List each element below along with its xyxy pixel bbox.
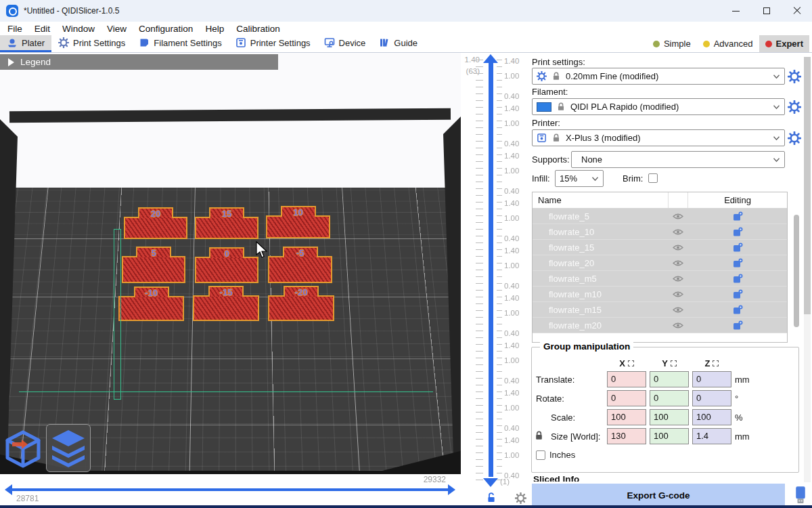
editor-view-button[interactable] (3, 426, 43, 472)
menu-item[interactable]: Configuration (133, 24, 199, 34)
printer-gear-button[interactable] (788, 131, 801, 145)
x-value-field[interactable]: 0 (607, 390, 646, 406)
edit-object-icon[interactable] (733, 258, 743, 268)
minimize-button[interactable] (721, 0, 751, 22)
menu-item[interactable]: Help (199, 24, 230, 34)
menu-item[interactable]: Edit (28, 24, 56, 34)
y-value-field[interactable]: 0 (650, 390, 689, 406)
slider-settings-gear-icon[interactable] (515, 492, 526, 504)
eye-icon[interactable] (673, 306, 683, 314)
tab-device[interactable]: Device (317, 35, 373, 52)
slider-right-arrow-icon[interactable] (448, 484, 455, 495)
object-row[interactable]: flowrate_5 (533, 209, 787, 224)
eye-icon[interactable] (673, 213, 683, 220)
flowrate-patch[interactable]: -20 (268, 295, 334, 321)
menu-item[interactable]: File (1, 24, 28, 34)
z-value-field[interactable]: 0 (692, 371, 731, 387)
supports-combo[interactable]: None (571, 151, 785, 168)
object-row[interactable]: flowrate_15 (533, 240, 787, 255)
manipulation-row: Scale: 100 100 100 % (536, 409, 798, 425)
mode-simple[interactable]: Simple (647, 35, 697, 52)
tab-print-settings[interactable]: Print Settings (51, 35, 132, 52)
mode-expert[interactable]: Expert (759, 35, 809, 52)
unlock-icon[interactable] (486, 492, 497, 503)
object-row[interactable]: flowrate_20 (533, 255, 787, 271)
brim-checkbox[interactable] (648, 173, 658, 183)
close-button[interactable] (782, 0, 812, 22)
object-list-scrollbar[interactable] (794, 215, 799, 327)
edit-object-icon[interactable] (733, 227, 743, 237)
edit-object-icon[interactable] (733, 211, 743, 221)
eye-icon[interactable] (673, 244, 683, 251)
inches-checkbox[interactable] (536, 450, 545, 460)
flowrate-patch[interactable]: 0 (195, 257, 258, 283)
tab-printer-settings[interactable]: Printer Settings (229, 35, 317, 52)
object-row[interactable]: flowrate_m10 (533, 287, 787, 302)
slider-down-arrow-icon[interactable] (483, 478, 498, 487)
mode-label: Simple (664, 39, 691, 49)
edit-object-icon[interactable] (733, 242, 743, 253)
tab-plater[interactable]: Plater (0, 35, 51, 52)
export-gcode-button[interactable]: Export G-code (532, 484, 785, 507)
edit-object-icon[interactable] (733, 320, 743, 331)
eye-icon[interactable] (673, 291, 683, 298)
z-value-field[interactable]: 100 (692, 409, 731, 425)
layer-slider[interactable]: 1.40 (63) 1.401.000.401.401.000.401.401.… (461, 53, 529, 508)
flowrate-patch[interactable]: 20 (124, 217, 187, 239)
tab-filament-settings[interactable]: Filament Settings (132, 35, 228, 52)
axis-select-icon[interactable] (628, 360, 634, 366)
object-row[interactable]: flowrate_10 (533, 224, 787, 240)
slider-track[interactable] (489, 62, 493, 477)
export-to-usb-button[interactable] (789, 484, 812, 507)
eye-icon[interactable] (673, 259, 683, 267)
eye-icon[interactable] (673, 228, 683, 236)
object-name: flowrate_m20 (533, 320, 668, 331)
eye-icon[interactable] (673, 322, 683, 329)
flowrate-patch[interactable]: -5 (268, 256, 332, 283)
flowrate-patch[interactable]: 15 (195, 217, 258, 239)
eye-icon[interactable] (673, 275, 683, 282)
viewport-3d[interactable]: 20 15 10 5 0 -5 -10 (0, 53, 461, 474)
uniform-scale-lock-icon[interactable] (534, 430, 544, 441)
edit-object-icon[interactable] (733, 274, 743, 284)
axis-select-icon[interactable] (671, 360, 677, 366)
flowrate-patch[interactable]: -10 (118, 296, 184, 321)
axis-select-icon[interactable] (713, 360, 719, 366)
maximize-button[interactable] (751, 0, 782, 22)
name-column-header[interactable]: Name (533, 195, 668, 205)
menu-item[interactable]: Window (56, 24, 101, 34)
z-value-field[interactable]: 1.4 (692, 428, 731, 444)
object-row[interactable]: flowrate_m20 (533, 318, 787, 333)
filament-combo[interactable]: QIDI PLA Rapido (modified) (532, 98, 785, 115)
legend-panel[interactable]: Legend (0, 54, 278, 70)
menu-item[interactable]: View (101, 24, 133, 34)
y-value-field[interactable]: 0 (650, 371, 689, 387)
y-value-field[interactable]: 100 (650, 409, 689, 425)
x-value-field[interactable]: 130 (607, 428, 646, 444)
preview-view-button[interactable] (46, 424, 91, 472)
edit-object-icon[interactable] (733, 305, 743, 315)
object-row[interactable]: flowrate_m15 (533, 302, 787, 318)
sidebar-scrollbar-thumb[interactable] (804, 57, 811, 314)
printer-combo[interactable]: X-Plus 3 (modified) (532, 129, 785, 146)
x-value-field[interactable]: 0 (607, 371, 646, 387)
x-value-field[interactable]: 100 (607, 409, 646, 425)
sidebar-scrollbar[interactable] (804, 57, 811, 482)
infill-combo[interactable]: 15% (555, 170, 604, 187)
y-value-field[interactable]: 100 (650, 428, 689, 444)
menu-item[interactable]: Calibration (230, 24, 286, 34)
object-row[interactable]: flowrate_m5 (533, 271, 787, 287)
z-value-field[interactable]: 0 (692, 390, 731, 406)
print-settings-combo[interactable]: 0.20mm Fine (modified) (532, 68, 785, 85)
flowrate-patch[interactable]: 5 (122, 256, 185, 283)
filament-gear-button[interactable] (788, 100, 801, 114)
mode-advanced[interactable]: Advanced (697, 35, 759, 52)
flowrate-patch[interactable]: -15 (193, 295, 259, 321)
edit-object-icon[interactable] (733, 289, 743, 299)
tab-guide[interactable]: Guide (372, 35, 424, 52)
flowrate-patch[interactable]: 10 (266, 215, 330, 238)
editing-column-header[interactable]: Editing (688, 195, 787, 205)
print-settings-gear-button[interactable] (788, 70, 801, 83)
moves-slider[interactable]: 29332 28781 (0, 474, 461, 508)
moves-slider-track[interactable] (11, 488, 449, 491)
